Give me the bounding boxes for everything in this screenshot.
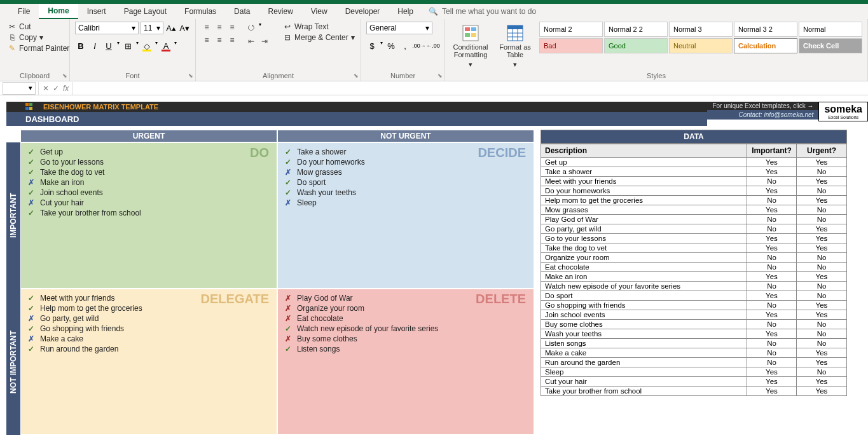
style-good[interactable]: Good bbox=[604, 38, 668, 53]
increase-indent-icon[interactable]: ⇥ bbox=[259, 36, 270, 47]
style-normal-2[interactable]: Normal 2 bbox=[539, 22, 603, 37]
svg-rect-2 bbox=[471, 27, 476, 31]
increase-decimal-icon[interactable]: .00→ bbox=[413, 40, 425, 51]
comma-format-icon[interactable]: , bbox=[399, 40, 411, 51]
tab-developer[interactable]: Developer bbox=[336, 4, 389, 18]
format-table-icon bbox=[506, 24, 524, 42]
bold-button[interactable]: B bbox=[75, 40, 86, 51]
tell-me-search[interactable]: 🔍Tell me what you want to do bbox=[429, 7, 536, 16]
style-calculation[interactable]: Calculation bbox=[734, 38, 797, 53]
style-neutral[interactable]: Neutral bbox=[669, 38, 733, 53]
underline-button[interactable]: U bbox=[103, 40, 114, 51]
name-box[interactable]: ▾ bbox=[3, 82, 36, 95]
clipboard-dialog-icon[interactable]: ⬊ bbox=[62, 72, 67, 79]
cut-label: Cut bbox=[19, 22, 31, 31]
increase-font-icon[interactable]: A▴ bbox=[165, 22, 177, 34]
cut-button[interactable]: ✂Cut bbox=[5, 22, 72, 32]
merge-icon: ⊟ bbox=[283, 33, 292, 42]
font-color-button[interactable]: A bbox=[160, 40, 172, 51]
conditional-formatting-button[interactable]: Conditional Formatting ▾ bbox=[450, 22, 491, 71]
cell-styles-gallery[interactable]: Normal 2Normal 2 2Normal 3Normal 3 2Norm… bbox=[539, 22, 862, 71]
svg-rect-1 bbox=[465, 27, 470, 31]
wrap-text-button[interactable]: ↩Wrap Text bbox=[280, 22, 357, 32]
style-check-cell[interactable]: Check Cell bbox=[799, 38, 862, 53]
align-middle-icon[interactable]: ≡ bbox=[214, 22, 225, 33]
ribbon-tabs: FileHomeInsertPage LayoutFormulasDataRev… bbox=[0, 4, 868, 19]
clipboard-group: ✂Cut ⎘Copy ▾ ✎Format Painter Clipboard ⬊ bbox=[0, 19, 70, 81]
ribbon: ✂Cut ⎘Copy ▾ ✎Format Painter Clipboard ⬊… bbox=[0, 19, 868, 81]
svg-rect-4 bbox=[471, 33, 476, 37]
font-dialog-icon[interactable]: ⬊ bbox=[188, 72, 193, 79]
style-bad[interactable]: Bad bbox=[539, 38, 603, 53]
clipboard-label: Clipboard bbox=[5, 71, 64, 79]
formula-bar: ▾ ✕ ✓ fx bbox=[0, 81, 868, 95]
copy-icon: ⎘ bbox=[8, 33, 17, 42]
cancel-formula-icon[interactable]: ✕ bbox=[43, 84, 49, 93]
decrease-decimal-icon[interactable]: ←.00 bbox=[427, 40, 439, 51]
alignment-group: ≡ ≡ ≡ ≡ ≡ ≡ ⭯▾ ⇤⇥ ↩Wrap Text ⊟Merge & Ce… bbox=[196, 19, 361, 81]
svg-rect-3 bbox=[465, 33, 470, 37]
painter-label: Format Painter bbox=[19, 44, 69, 53]
format-painter-button[interactable]: ✎Format Painter bbox=[5, 43, 72, 53]
tab-formulas[interactable]: Formulas bbox=[176, 4, 225, 18]
fx-icon[interactable]: fx bbox=[63, 84, 69, 93]
accounting-format-icon[interactable]: $ bbox=[366, 40, 378, 51]
tab-review[interactable]: Review bbox=[259, 4, 301, 18]
italic-button[interactable]: I bbox=[89, 40, 100, 51]
number-format-dropdown[interactable]: General▾ bbox=[366, 22, 432, 34]
styles-label: Styles bbox=[450, 71, 862, 79]
formula-input[interactable] bbox=[73, 82, 868, 95]
number-label: Number bbox=[366, 71, 439, 79]
alignment-dialog-icon[interactable]: ⬊ bbox=[354, 72, 359, 79]
align-center-icon[interactable]: ≡ bbox=[214, 34, 225, 46]
font-group: Calibri▾ 11▾ A▴ A▾ B I U▾ ⊞▾ ◇▾ A▾ Font … bbox=[70, 19, 196, 81]
tab-data[interactable]: Data bbox=[225, 4, 259, 18]
borders-button[interactable]: ⊞ bbox=[122, 40, 134, 51]
font-size-dropdown[interactable]: 11▾ bbox=[141, 22, 163, 34]
style-normal[interactable]: Normal bbox=[799, 22, 862, 37]
style-normal-3[interactable]: Normal 3 bbox=[669, 22, 733, 37]
align-bottom-icon[interactable]: ≡ bbox=[226, 22, 238, 33]
copy-label: Copy bbox=[19, 33, 37, 42]
enter-formula-icon[interactable]: ✓ bbox=[53, 84, 59, 93]
align-top-icon[interactable]: ≡ bbox=[201, 22, 212, 33]
align-right-icon[interactable]: ≡ bbox=[226, 34, 238, 46]
style-normal-2-2[interactable]: Normal 2 2 bbox=[604, 22, 668, 37]
tab-home[interactable]: Home bbox=[39, 4, 78, 19]
decrease-font-icon[interactable]: A▾ bbox=[179, 22, 190, 34]
wrap-icon: ↩ bbox=[283, 22, 292, 31]
styles-group: Conditional Formatting ▾ Format as Table… bbox=[445, 19, 868, 81]
tab-file[interactable]: File bbox=[9, 4, 39, 18]
number-dialog-icon[interactable]: ⬊ bbox=[437, 72, 443, 79]
copy-button[interactable]: ⎘Copy ▾ bbox=[5, 32, 72, 43]
font-label: Font bbox=[75, 71, 190, 79]
svg-rect-6 bbox=[507, 25, 523, 29]
decrease-indent-icon[interactable]: ⇤ bbox=[245, 36, 257, 47]
tab-insert[interactable]: Insert bbox=[78, 4, 115, 18]
orientation-icon[interactable]: ⭯ bbox=[245, 22, 257, 33]
search-icon: 🔍 bbox=[429, 7, 438, 16]
style-normal-3-2[interactable]: Normal 3 2 bbox=[734, 22, 797, 37]
font-name-dropdown[interactable]: Calibri▾ bbox=[75, 22, 139, 34]
tab-page-layout[interactable]: Page Layout bbox=[115, 4, 176, 18]
merge-center-button[interactable]: ⊟Merge & Center ▾ bbox=[280, 32, 357, 43]
tab-view[interactable]: View bbox=[302, 4, 336, 18]
fill-color-button[interactable]: ◇ bbox=[141, 40, 153, 51]
tab-help[interactable]: Help bbox=[389, 4, 422, 18]
cut-icon: ✂ bbox=[8, 22, 17, 31]
conditional-formatting-icon bbox=[462, 24, 479, 42]
format-as-table-button[interactable]: Format as Table ▾ bbox=[495, 22, 535, 71]
painter-icon: ✎ bbox=[8, 44, 17, 53]
align-left-icon[interactable]: ≡ bbox=[201, 34, 212, 46]
percent-format-icon[interactable]: % bbox=[385, 40, 397, 51]
number-group: General▾ $▾ % , .00→ ←.00 Number ⬊ bbox=[361, 19, 445, 81]
alignment-label: Alignment bbox=[201, 71, 355, 79]
